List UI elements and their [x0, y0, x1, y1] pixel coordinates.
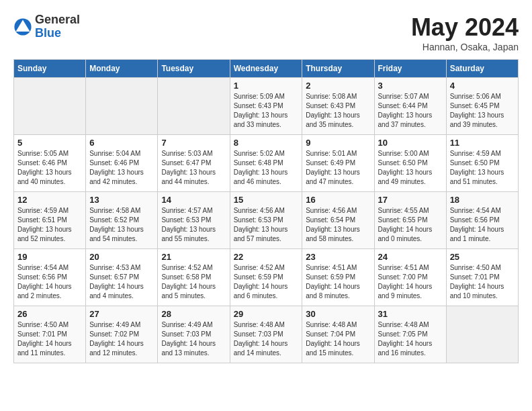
day-header-saturday: Saturday — [446, 60, 518, 78]
day-header-friday: Friday — [374, 60, 446, 78]
day-info: Sunrise: 4:54 AM Sunset: 6:56 PM Dayligh… — [450, 206, 515, 244]
day-number: 2 — [306, 81, 370, 91]
calendar-header-row: SundayMondayTuesdayWednesdayThursdayFrid… — [14, 60, 519, 78]
calendar-cell: 5Sunrise: 5:05 AM Sunset: 6:46 PM Daylig… — [14, 135, 86, 192]
calendar-cell: 24Sunrise: 4:51 AM Sunset: 7:00 PM Dayli… — [374, 249, 446, 306]
day-number: 29 — [234, 309, 299, 319]
calendar-cell: 25Sunrise: 4:50 AM Sunset: 7:01 PM Dayli… — [446, 249, 518, 306]
day-info: Sunrise: 4:56 AM Sunset: 6:53 PM Dayligh… — [234, 206, 299, 244]
day-info: Sunrise: 4:51 AM Sunset: 7:00 PM Dayligh… — [378, 263, 443, 301]
day-header-wednesday: Wednesday — [230, 60, 302, 78]
week-row-5: 26Sunrise: 4:50 AM Sunset: 7:01 PM Dayli… — [14, 306, 519, 363]
day-info: Sunrise: 5:02 AM Sunset: 6:48 PM Dayligh… — [234, 149, 299, 187]
day-number: 1 — [234, 81, 299, 91]
day-number: 30 — [306, 309, 370, 319]
day-number: 17 — [378, 195, 443, 205]
calendar-cell: 27Sunrise: 4:49 AM Sunset: 7:02 PM Dayli… — [86, 306, 158, 363]
day-number: 9 — [306, 138, 370, 148]
calendar-cell: 13Sunrise: 4:58 AM Sunset: 6:52 PM Dayli… — [86, 192, 158, 249]
calendar-table: SundayMondayTuesdayWednesdayThursdayFrid… — [13, 59, 519, 363]
day-number: 16 — [306, 195, 370, 205]
logo: General Blue — [13, 13, 80, 40]
day-number: 27 — [89, 309, 154, 319]
week-row-3: 12Sunrise: 4:59 AM Sunset: 6:51 PM Dayli… — [14, 192, 519, 249]
day-info: Sunrise: 5:09 AM Sunset: 6:43 PM Dayligh… — [234, 92, 299, 130]
calendar-cell: 11Sunrise: 4:59 AM Sunset: 6:50 PM Dayli… — [446, 135, 518, 192]
day-number: 14 — [161, 195, 226, 205]
day-info: Sunrise: 4:49 AM Sunset: 7:03 PM Dayligh… — [161, 320, 226, 358]
day-info: Sunrise: 5:06 AM Sunset: 6:45 PM Dayligh… — [450, 92, 515, 130]
logo-general: General — [35, 13, 80, 27]
day-info: Sunrise: 5:04 AM Sunset: 6:46 PM Dayligh… — [89, 149, 154, 187]
calendar-cell: 18Sunrise: 4:54 AM Sunset: 6:56 PM Dayli… — [446, 192, 518, 249]
day-header-sunday: Sunday — [14, 60, 86, 78]
day-number: 21 — [161, 252, 226, 262]
calendar-cell: 1Sunrise: 5:09 AM Sunset: 6:43 PM Daylig… — [230, 78, 302, 135]
calendar-cell: 20Sunrise: 4:53 AM Sunset: 6:57 PM Dayli… — [86, 249, 158, 306]
day-info: Sunrise: 5:05 AM Sunset: 6:46 PM Dayligh… — [17, 149, 82, 187]
day-number: 13 — [89, 195, 154, 205]
day-number: 19 — [17, 252, 82, 262]
day-number: 10 — [378, 138, 443, 148]
day-number: 15 — [234, 195, 299, 205]
day-info: Sunrise: 5:08 AM Sunset: 6:43 PM Dayligh… — [306, 92, 370, 130]
day-number: 31 — [378, 309, 443, 319]
calendar-cell: 8Sunrise: 5:02 AM Sunset: 6:48 PM Daylig… — [230, 135, 302, 192]
day-info: Sunrise: 4:55 AM Sunset: 6:55 PM Dayligh… — [378, 206, 443, 244]
calendar-cell: 15Sunrise: 4:56 AM Sunset: 6:53 PM Dayli… — [230, 192, 302, 249]
day-number: 3 — [378, 81, 443, 91]
day-number: 26 — [17, 309, 82, 319]
day-number: 28 — [161, 309, 226, 319]
calendar-cell: 6Sunrise: 5:04 AM Sunset: 6:46 PM Daylig… — [86, 135, 158, 192]
day-number: 12 — [17, 195, 82, 205]
day-number: 22 — [234, 252, 299, 262]
day-info: Sunrise: 4:53 AM Sunset: 6:57 PM Dayligh… — [89, 263, 154, 301]
day-info: Sunrise: 5:07 AM Sunset: 6:44 PM Dayligh… — [378, 92, 443, 130]
calendar-cell: 9Sunrise: 5:01 AM Sunset: 6:49 PM Daylig… — [302, 135, 374, 192]
calendar-cell — [14, 78, 86, 135]
day-info: Sunrise: 4:56 AM Sunset: 6:54 PM Dayligh… — [306, 206, 370, 244]
week-row-2: 5Sunrise: 5:05 AM Sunset: 6:46 PM Daylig… — [14, 135, 519, 192]
logo-icon — [13, 17, 32, 36]
day-number: 25 — [450, 252, 515, 262]
day-info: Sunrise: 4:52 AM Sunset: 6:59 PM Dayligh… — [234, 263, 299, 301]
logo-text: General Blue — [35, 13, 80, 40]
day-number: 18 — [450, 195, 515, 205]
calendar-cell: 19Sunrise: 4:54 AM Sunset: 6:56 PM Dayli… — [14, 249, 86, 306]
location: Hannan, Osaka, Japan — [411, 42, 519, 52]
title-block: May 2024 Hannan, Osaka, Japan — [411, 13, 519, 52]
day-number: 23 — [306, 252, 370, 262]
day-info: Sunrise: 4:59 AM Sunset: 6:50 PM Dayligh… — [450, 149, 515, 187]
day-number: 4 — [450, 81, 515, 91]
day-info: Sunrise: 4:54 AM Sunset: 6:56 PM Dayligh… — [17, 263, 82, 301]
day-info: Sunrise: 4:51 AM Sunset: 6:59 PM Dayligh… — [306, 263, 370, 301]
calendar-cell: 17Sunrise: 4:55 AM Sunset: 6:55 PM Dayli… — [374, 192, 446, 249]
day-info: Sunrise: 4:48 AM Sunset: 7:04 PM Dayligh… — [306, 320, 370, 358]
logo-blue: Blue — [35, 27, 80, 40]
calendar-cell: 16Sunrise: 4:56 AM Sunset: 6:54 PM Dayli… — [302, 192, 374, 249]
day-info: Sunrise: 5:01 AM Sunset: 6:49 PM Dayligh… — [306, 149, 370, 187]
day-info: Sunrise: 4:49 AM Sunset: 7:02 PM Dayligh… — [89, 320, 154, 358]
day-number: 5 — [17, 138, 82, 148]
calendar-cell: 22Sunrise: 4:52 AM Sunset: 6:59 PM Dayli… — [230, 249, 302, 306]
day-header-monday: Monday — [86, 60, 158, 78]
day-info: Sunrise: 4:50 AM Sunset: 7:01 PM Dayligh… — [17, 320, 82, 358]
day-header-tuesday: Tuesday — [158, 60, 230, 78]
day-number: 11 — [450, 138, 515, 148]
calendar-cell: 31Sunrise: 4:48 AM Sunset: 7:05 PM Dayli… — [374, 306, 446, 363]
day-info: Sunrise: 4:59 AM Sunset: 6:51 PM Dayligh… — [17, 206, 82, 244]
calendar-cell: 29Sunrise: 4:48 AM Sunset: 7:03 PM Dayli… — [230, 306, 302, 363]
calendar-cell: 14Sunrise: 4:57 AM Sunset: 6:53 PM Dayli… — [158, 192, 230, 249]
day-number: 20 — [89, 252, 154, 262]
day-number: 6 — [89, 138, 154, 148]
calendar-cell: 10Sunrise: 5:00 AM Sunset: 6:50 PM Dayli… — [374, 135, 446, 192]
day-number: 7 — [161, 138, 226, 148]
day-info: Sunrise: 5:03 AM Sunset: 6:47 PM Dayligh… — [161, 149, 226, 187]
calendar-cell: 30Sunrise: 4:48 AM Sunset: 7:04 PM Dayli… — [302, 306, 374, 363]
month-title: May 2024 — [411, 13, 519, 42]
page-header: General Blue May 2024 Hannan, Osaka, Jap… — [13, 13, 519, 52]
day-info: Sunrise: 4:48 AM Sunset: 7:03 PM Dayligh… — [234, 320, 299, 358]
week-row-4: 19Sunrise: 4:54 AM Sunset: 6:56 PM Dayli… — [14, 249, 519, 306]
calendar-cell: 4Sunrise: 5:06 AM Sunset: 6:45 PM Daylig… — [446, 78, 518, 135]
day-info: Sunrise: 4:52 AM Sunset: 6:58 PM Dayligh… — [161, 263, 226, 301]
